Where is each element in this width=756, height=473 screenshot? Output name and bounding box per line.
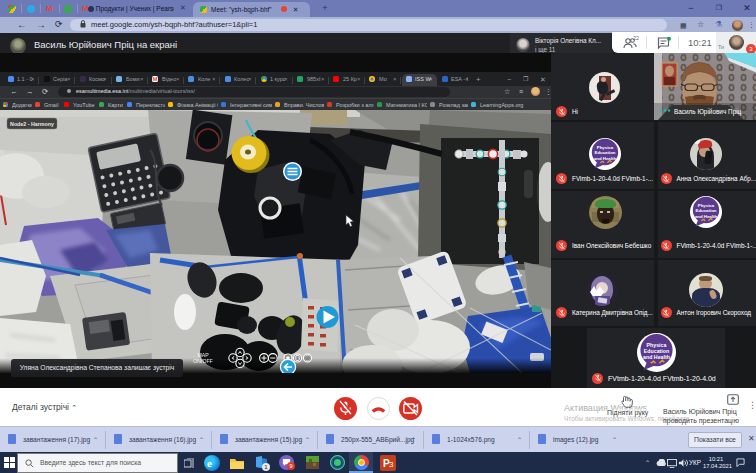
svg-text:Василь Юрійович Пріц: Василь Юрійович Пріц [674, 108, 742, 116]
svg-text:ON/OFF: ON/OFF [193, 358, 213, 364]
svg-text:and Health: and Health [643, 354, 670, 360]
svg-text:and Health: and Health [593, 155, 615, 160]
svg-text:Node2 - Harmony: Node2 - Harmony [10, 121, 54, 127]
svg-text:3: 3 [389, 460, 394, 469]
svg-text:Education: Education [594, 150, 615, 155]
svg-text:Physica: Physica [698, 203, 715, 208]
svg-text:Physica: Physica [596, 145, 613, 150]
svg-text:and Health: and Health [695, 214, 717, 219]
svg-text:Physica: Physica [646, 341, 666, 347]
svg-text:Education: Education [696, 208, 717, 213]
svg-text:Education: Education [643, 347, 668, 353]
